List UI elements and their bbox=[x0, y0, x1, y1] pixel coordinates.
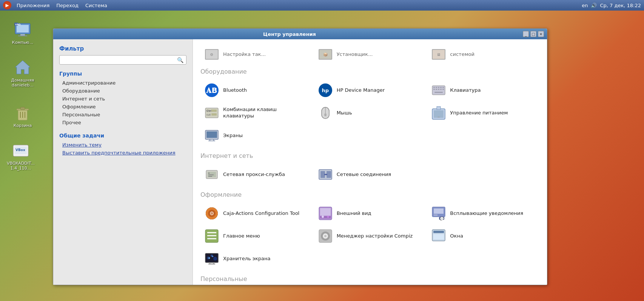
appearance-grid: ⚙ Caja-Actions Configuration Tool bbox=[200, 203, 539, 269]
svg-text:💬: 💬 bbox=[440, 216, 444, 221]
item-main-menu[interactable]: Главное меню bbox=[200, 225, 313, 247]
partial-icon-3: 🖥 bbox=[431, 47, 446, 62]
item-proxy[interactable]: Сетевая прокси-служба bbox=[200, 164, 313, 185]
svg-rect-9 bbox=[20, 107, 25, 110]
keyboard-label: Клавиатура bbox=[450, 87, 481, 94]
task-preferred-apps[interactable]: Выставить предпочтительные приложения bbox=[59, 149, 186, 157]
group-appearance[interactable]: Оформление bbox=[59, 103, 186, 111]
item-keyboard[interactable]: Клавиатура bbox=[427, 80, 539, 101]
group-personal[interactable]: Персональные bbox=[59, 111, 186, 119]
svg-marker-6 bbox=[15, 60, 30, 74]
desktop-icon-vbox[interactable]: VBox VBOXADDIT...1.4_110... bbox=[4, 140, 38, 172]
svg-text:Ctrl: Ctrl bbox=[206, 110, 212, 113]
item-connections[interactable]: Сетевые соединения bbox=[314, 164, 426, 185]
compiz-label: Менеджер настройки Compiz bbox=[337, 233, 413, 239]
taskbar: ▶ Приложения Переход Система en 🔊 Ср, 7 … bbox=[0, 0, 644, 11]
partial-item-3[interactable]: 🖥 системой bbox=[427, 44, 539, 65]
main-menu-icon bbox=[204, 228, 219, 244]
hardware-grid: 𝐀B Bluetooth hp HP Device Manager bbox=[200, 80, 539, 146]
svg-rect-27 bbox=[434, 92, 443, 93]
menu-apps[interactable]: Приложения bbox=[14, 2, 52, 9]
item-screens[interactable]: Экраны bbox=[200, 125, 313, 146]
menu-system[interactable]: Система bbox=[82, 2, 110, 9]
hp-icon: hp bbox=[318, 83, 333, 98]
item-bluetooth[interactable]: 𝐀B Bluetooth bbox=[200, 80, 313, 101]
taskbar-logo[interactable]: ▶ bbox=[3, 1, 11, 9]
item-caja-actions[interactable]: ⚙ Caja-Actions Configuration Tool bbox=[200, 203, 313, 224]
vbox-label: VBOXADDIT...1.4_110... bbox=[7, 161, 35, 171]
svg-rect-26 bbox=[442, 89, 444, 90]
bluetooth-label: Bluetooth bbox=[223, 87, 247, 94]
group-other[interactable]: Прочее bbox=[59, 119, 186, 127]
partial-label-2: Установщик... bbox=[337, 51, 373, 58]
svg-rect-49 bbox=[208, 176, 212, 177]
filter-wrap: 🔍 bbox=[59, 55, 186, 65]
desktop-icon-trash[interactable]: Корзина bbox=[8, 102, 38, 130]
svg-point-55 bbox=[326, 174, 327, 175]
svg-rect-31 bbox=[211, 110, 217, 112]
bluetooth-icon: 𝐀B bbox=[204, 83, 219, 98]
partial-item-1[interactable]: ⚙ Настройка так... bbox=[200, 44, 313, 65]
svg-rect-48 bbox=[208, 174, 214, 175]
task-change-theme[interactable]: Изменить тему bbox=[59, 141, 186, 149]
item-kbd-shortcuts[interactable]: Ctrl cut Комбинации клавиш клавиатуры bbox=[200, 102, 313, 123]
volume-icon[interactable]: 🔊 bbox=[591, 3, 597, 8]
svg-rect-79 bbox=[433, 231, 444, 233]
svg-text:✦: ✦ bbox=[211, 255, 214, 258]
svg-rect-22 bbox=[433, 89, 435, 90]
partial-item-2[interactable]: 📦 Установщик... bbox=[314, 44, 426, 65]
svg-rect-18 bbox=[436, 87, 437, 88]
item-compiz[interactable]: Менеджер настройки Compiz bbox=[314, 225, 426, 247]
computer-label: Компью... bbox=[12, 40, 33, 45]
svg-rect-80 bbox=[433, 234, 444, 239]
svg-point-63 bbox=[322, 216, 324, 218]
maximize-button[interactable]: □ bbox=[530, 31, 536, 37]
item-power[interactable]: Управление питанием bbox=[427, 102, 539, 123]
menu-go[interactable]: Переход bbox=[53, 2, 82, 9]
minimize-button[interactable]: _ bbox=[523, 31, 529, 37]
svg-point-35 bbox=[324, 113, 327, 116]
svg-rect-61 bbox=[320, 208, 331, 216]
partial-label-1: Настройка так... bbox=[223, 51, 266, 58]
svg-text:cut: cut bbox=[206, 113, 211, 116]
item-appearance[interactable]: Внешний вид bbox=[314, 203, 426, 224]
group-internet[interactable]: Интернет и сеть bbox=[59, 95, 186, 103]
svg-point-54 bbox=[324, 174, 326, 175]
taskbar-right: en 🔊 Ср, 7 дек, 18:22 bbox=[582, 3, 641, 8]
home-label: Домашняяdanieleb... bbox=[11, 78, 34, 88]
svg-rect-67 bbox=[434, 215, 438, 216]
group-hardware[interactable]: Оборудование bbox=[59, 87, 186, 95]
item-screensaver[interactable]: ✦ ✦ Хранитель экрана bbox=[200, 248, 313, 269]
item-hp-device-manager[interactable]: hp HP Device Manager bbox=[314, 80, 426, 101]
home-icon bbox=[14, 58, 32, 76]
item-windows[interactable]: Окна bbox=[427, 225, 539, 247]
item-notifications[interactable]: 💬 Всплывающие уведомления bbox=[427, 203, 539, 224]
desktop-icon-computer[interactable]: VBO Компью... bbox=[8, 19, 38, 46]
windows-label: Окна bbox=[450, 233, 463, 239]
desktop-icon-home[interactable]: Домашняяdanieleb... bbox=[8, 57, 38, 89]
appearance-icon bbox=[318, 206, 333, 221]
kbd-shortcuts-icon: Ctrl cut bbox=[204, 105, 219, 120]
partial-icon-2: 📦 bbox=[318, 47, 333, 62]
window-controls: _ □ ✕ bbox=[523, 31, 544, 37]
tasks-title: Общие задачи bbox=[59, 133, 186, 139]
svg-rect-21 bbox=[442, 87, 444, 88]
caja-icon: ⚙ bbox=[204, 206, 219, 221]
search-icon: 🔍 bbox=[177, 57, 183, 63]
filter-input[interactable] bbox=[59, 55, 186, 65]
clock: Ср, 7 дек, 18:22 bbox=[600, 3, 641, 8]
groups-title: Группы bbox=[59, 71, 186, 77]
compiz-icon bbox=[318, 228, 333, 244]
content-area[interactable]: ⚙ Настройка так... 📦 Установщик... 🖥 сис… bbox=[193, 39, 547, 285]
svg-rect-39 bbox=[438, 116, 440, 118]
vbox-icon: VBox bbox=[12, 141, 30, 159]
close-button[interactable]: ✕ bbox=[538, 31, 544, 37]
computer-icon: VBO bbox=[14, 20, 32, 39]
group-administration[interactable]: Администрирование bbox=[59, 79, 186, 87]
svg-rect-3 bbox=[18, 36, 27, 36]
hardware-heading: Оборудование bbox=[200, 68, 539, 75]
screensaver-icon: ✦ ✦ bbox=[204, 251, 219, 266]
svg-rect-25 bbox=[440, 89, 442, 90]
item-mouse[interactable]: Мышь bbox=[314, 102, 426, 123]
partial-icon-1: ⚙ bbox=[204, 47, 219, 62]
